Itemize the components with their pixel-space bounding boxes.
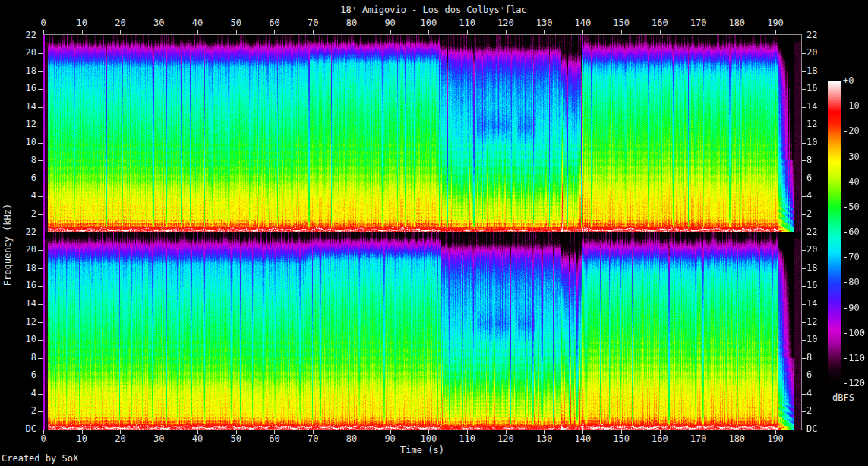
freq-tick-label-left: 16 xyxy=(11,281,36,290)
freq-tick-label-right: 8 xyxy=(806,155,837,165)
freq-tick-label-left: 10 xyxy=(11,334,36,344)
freq-tick-left-mark xyxy=(38,143,43,144)
x-tick-bottom-mark xyxy=(390,430,391,434)
x-tick-label-bottom: 30 xyxy=(153,434,164,444)
freq-tick-right-mark xyxy=(802,304,806,305)
freq-tick-left-mark xyxy=(38,214,43,215)
freq-tick-label-right: 6 xyxy=(806,173,837,183)
freq-tick-label-left: 18 xyxy=(11,66,36,76)
freq-tick-label-right: 14 xyxy=(806,299,837,309)
freq-tick-label-right: 20 xyxy=(806,245,837,255)
x-tick-label-top: 80 xyxy=(346,18,357,28)
x-tick-label-bottom: 90 xyxy=(384,434,395,444)
x-tick-label-bottom: 140 xyxy=(574,434,591,444)
freq-tick-right-mark xyxy=(802,411,806,412)
x-tick-top-mark xyxy=(428,30,429,34)
x-tick-label-top: 0 xyxy=(40,18,46,28)
freq-tick-left-mark xyxy=(38,196,43,197)
colorbar-tick-label: -70 xyxy=(843,252,860,262)
x-tick-bottom-mark xyxy=(120,430,121,434)
x-tick-label-bottom: 0 xyxy=(40,434,46,444)
freq-tick-label-right: 16 xyxy=(806,281,837,290)
freq-tick-label-left: 4 xyxy=(11,191,36,201)
x-tick-bottom-mark xyxy=(775,430,776,434)
x-tick-top-mark xyxy=(467,30,468,34)
x-tick-label-bottom: 50 xyxy=(230,434,241,444)
x-tick-top-mark xyxy=(775,30,776,34)
freq-tick-right-mark xyxy=(802,160,806,161)
x-tick-bottom-mark xyxy=(313,430,314,434)
freq-tick-label-left: 20 xyxy=(11,48,36,58)
freq-tick-label-right: 22 xyxy=(806,227,837,237)
x-tick-label-top: 160 xyxy=(652,18,668,28)
freq-tick-label-right: 12 xyxy=(806,317,837,327)
x-tick-label-bottom: 160 xyxy=(652,434,668,444)
x-tick-bottom-mark xyxy=(544,430,545,434)
x-tick-label-top: 40 xyxy=(192,18,203,28)
freq-tick-label-left: 16 xyxy=(11,84,36,94)
colorbar-tick-label: -40 xyxy=(843,177,860,187)
freq-tick-right-mark xyxy=(802,430,806,430)
freq-tick-right-mark xyxy=(802,376,806,376)
freq-tick-left-mark xyxy=(38,179,43,179)
x-tick-top-mark xyxy=(120,30,121,34)
time-axis-label: Time (s) xyxy=(400,445,444,455)
colorbar-tick-label: -90 xyxy=(843,303,860,313)
freq-tick-right-mark xyxy=(802,71,806,72)
x-tick-bottom-mark xyxy=(352,430,352,434)
x-tick-label-bottom: 150 xyxy=(613,434,630,444)
freq-tick-left-mark xyxy=(38,304,43,305)
freq-tick-label-left: 6 xyxy=(11,173,36,183)
x-tick-label-top: 130 xyxy=(536,18,553,28)
freq-tick-label-left: 14 xyxy=(11,102,36,112)
x-tick-label-bottom: 10 xyxy=(77,434,87,444)
freq-tick-right-mark xyxy=(802,196,806,197)
freq-tick-label-right: 10 xyxy=(806,138,837,147)
x-tick-top-mark xyxy=(43,30,44,34)
freq-tick-left-mark xyxy=(38,107,43,108)
colorbar-tick-label: -100 xyxy=(843,328,865,338)
x-tick-top-mark xyxy=(621,30,622,34)
x-tick-top-mark xyxy=(582,30,583,34)
freq-tick-label-right: 16 xyxy=(806,84,837,94)
freq-tick-right-mark xyxy=(802,214,806,215)
x-tick-bottom-mark xyxy=(582,430,583,434)
x-tick-label-bottom: 110 xyxy=(459,434,475,444)
freq-tick-right-mark xyxy=(802,36,806,36)
freq-tick-label-left: 8 xyxy=(11,155,36,165)
x-tick-top-mark xyxy=(236,30,237,34)
freq-tick-label-right: 2 xyxy=(806,406,837,416)
x-tick-label-top: 170 xyxy=(690,18,707,28)
freq-tick-label-right: 22 xyxy=(806,30,837,40)
freq-tick-label-left: 8 xyxy=(11,353,36,363)
freq-tick-right-mark xyxy=(802,394,806,395)
x-tick-label-top: 120 xyxy=(497,18,514,28)
x-tick-label-top: 150 xyxy=(613,18,630,28)
freq-tick-right-mark xyxy=(802,179,806,179)
x-tick-label-top: 10 xyxy=(77,18,87,28)
freq-tick-left-mark xyxy=(38,36,43,36)
x-tick-bottom-mark xyxy=(43,430,44,434)
freq-tick-right-mark xyxy=(802,53,806,54)
freq-tick-left-mark xyxy=(38,430,43,430)
x-tick-bottom-mark xyxy=(621,430,622,434)
freq-tick-left-mark xyxy=(38,322,43,323)
x-tick-label-bottom: 80 xyxy=(346,434,357,444)
x-tick-top-mark xyxy=(274,30,275,34)
freq-tick-right-mark xyxy=(802,358,806,359)
x-tick-label-top: 140 xyxy=(574,18,591,28)
x-tick-top-mark xyxy=(506,30,507,34)
sox-spectrogram-window: 18⁺ Amigovio - Los dos Colbys⁺flac Time … xyxy=(0,0,868,466)
freq-tick-label-right: 10 xyxy=(806,334,837,344)
x-tick-bottom-mark xyxy=(467,430,468,434)
freq-tick-label-right: 12 xyxy=(806,119,837,129)
freq-tick-label-right: DC xyxy=(806,424,837,434)
colorbar-tick-label: -120 xyxy=(843,379,865,388)
freq-tick-label-right: 18 xyxy=(806,66,837,76)
x-tick-bottom-mark xyxy=(236,430,237,434)
freq-tick-left-mark xyxy=(38,411,43,412)
freq-tick-label-right: 18 xyxy=(806,263,837,273)
x-tick-top-mark xyxy=(352,30,352,34)
x-tick-label-bottom: 60 xyxy=(269,434,279,444)
x-tick-bottom-mark xyxy=(274,430,275,434)
